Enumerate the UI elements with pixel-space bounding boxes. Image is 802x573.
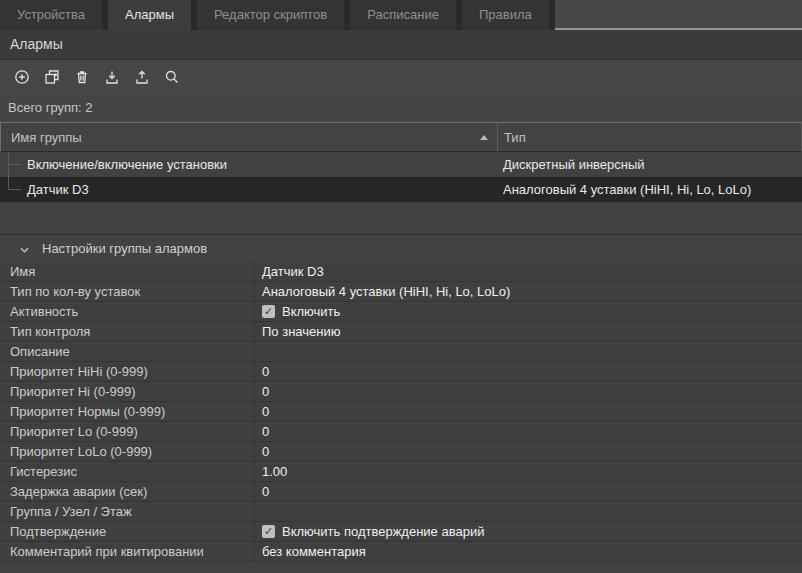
property-row: Приоритет Hi (0-999) 0 [0,382,802,402]
group-name-cell: Датчик D3 [0,177,497,202]
group-type-cell: Дискретный инверсный [497,152,802,177]
alarm-group-settings-header[interactable]: Настройки группы алармов [0,234,802,262]
property-value-name[interactable]: Датчик D3 [255,262,802,281]
value-text: 0 [262,362,269,381]
property-value-priority-norm[interactable]: 0 [255,402,802,421]
property-label: Приоритет LoLo (0-999) [0,442,255,461]
property-value-group-node-floor[interactable] [255,502,802,521]
import-icon[interactable] [104,69,120,85]
search-icon[interactable] [164,69,180,85]
property-row: Тип по кол-ву уставок Аналоговый 4 устав… [0,282,802,302]
property-value-description[interactable] [255,342,802,361]
property-value-ack-comment[interactable]: без комментария [255,542,802,561]
confirmation-checkbox[interactable]: ✓ [262,525,275,538]
property-value-confirmation: ✓ Включить подтверждение аварий [255,522,802,541]
value-text: 0 [262,382,269,401]
property-row: Приоритет Нормы (0-999) 0 [0,402,802,422]
add-group-icon[interactable] [14,69,30,85]
property-label: Задержка аварии (сек) [0,482,255,501]
tree-guide [8,164,21,165]
property-row: Задержка аварии (сек) 0 [0,482,802,502]
property-label: Тип контроля [0,322,255,341]
property-value-hysteresis[interactable]: 1.00 [255,462,802,481]
property-row: Имя Датчик D3 [0,262,802,282]
property-row: Активность ✓ Включить [0,302,802,322]
value-text: 0 [262,402,269,421]
property-value-priority-lo[interactable]: 0 [255,422,802,441]
property-label: Группа / Узел / Этаж [0,502,255,521]
value-text: 0 [262,422,269,441]
property-row: Комментарий при квитировании без коммент… [0,542,802,562]
sort-ascending-icon [480,135,488,140]
column-header-type[interactable]: Тип [498,123,801,151]
export-icon[interactable] [134,69,150,85]
property-value-activity: ✓ Включить [255,302,802,321]
property-label: Приоритет Lo (0-999) [0,422,255,441]
group-row-sensor-d3[interactable]: Датчик D3 Аналоговый 4 уставки (HiHI, Hi… [0,177,802,202]
property-label: Приоритет HiHi (0-999) [0,362,255,381]
property-value-setpoint-type[interactable]: Аналоговый 4 уставки (HiHI, Hi, Lo, LoLo… [255,282,802,301]
property-label: Гистерезис [0,462,255,481]
tab-strip: Устройства Алармы Редактор скриптов Расп… [0,0,802,30]
value-text: Датчик D3 [262,262,324,281]
group-type-cell: Аналоговый 4 уставки (HiHI, Hi, Lo, LoLo… [497,177,802,202]
property-value-priority-hi[interactable]: 0 [255,382,802,401]
duplicate-group-icon[interactable] [44,69,60,85]
page-title: Алармы [0,30,802,60]
value-text: 1.00 [262,462,287,481]
property-row: Подтверждение ✓ Включить подтверждение а… [0,522,802,542]
property-value-control-type[interactable]: По значению [255,322,802,341]
groups-table-header: Имя группы Тип [0,122,802,152]
column-header-group-name-label: Имя группы [11,130,82,145]
tab-alarms[interactable]: Алармы [108,0,191,30]
property-label: Активность [0,302,255,321]
value-text: По значению [262,322,340,341]
checkbox-label: Включить [282,302,340,321]
property-row: Гистерезис 1.00 [0,462,802,482]
alarms-toolbar [0,60,802,93]
value-text: 0 [262,442,269,461]
property-row: Приоритет LoLo (0-999) 0 [0,442,802,462]
tree-guide [8,189,21,190]
property-label: Приоритет Нормы (0-999) [0,402,255,421]
value-text: 0 [262,482,269,501]
property-label: Подтверждение [0,522,255,541]
tab-devices[interactable]: Устройства [0,0,102,30]
group-row-power[interactable]: Включение/включение установки Дискретный… [0,152,802,177]
tree-guide [8,152,9,189]
property-label: Приоритет Hi (0-999) [0,382,255,401]
groups-table-body: Включение/включение установки Дискретный… [0,152,802,202]
column-header-group-name[interactable]: Имя группы [1,123,498,151]
property-value-alarm-delay[interactable]: 0 [255,482,802,501]
property-row: Приоритет HiHi (0-999) 0 [0,362,802,382]
value-text: Аналоговый 4 уставки (HiHI, Hi, Lo, LoLo… [262,282,510,301]
groups-total-label: Всего групп: 2 [0,93,802,122]
table-empty-area [0,202,802,234]
checkbox-label: Включить подтверждение аварий [282,522,484,541]
property-label: Имя [0,262,255,281]
property-label: Комментарий при квитировании [0,542,255,561]
tab-strip-filler [555,0,802,30]
activity-checkbox[interactable]: ✓ [262,305,275,318]
property-value-priority-hihi[interactable]: 0 [255,362,802,381]
property-value-priority-lolo[interactable]: 0 [255,442,802,461]
group-name-cell: Включение/включение установки [0,152,497,177]
settings-header-label: Настройки группы алармов [42,241,207,256]
alarm-group-settings-grid: Имя Датчик D3 Тип по кол-ву уставок Анал… [0,262,802,562]
collapse-chevron-icon [20,243,42,255]
delete-group-icon[interactable] [74,69,90,85]
tab-script-editor[interactable]: Редактор скриптов [197,0,344,30]
property-row: Группа / Узел / Этаж [0,502,802,522]
column-header-type-label: Тип [504,130,526,145]
tab-rules[interactable]: Правила [462,0,549,30]
tab-schedule[interactable]: Расписание [350,0,456,30]
property-row: Тип контроля По значению [0,322,802,342]
property-row: Описание [0,342,802,362]
property-label: Тип по кол-ву уставок [0,282,255,301]
value-text: без комментария [262,542,366,561]
property-row: Приоритет Lo (0-999) 0 [0,422,802,442]
property-label: Описание [0,342,255,361]
